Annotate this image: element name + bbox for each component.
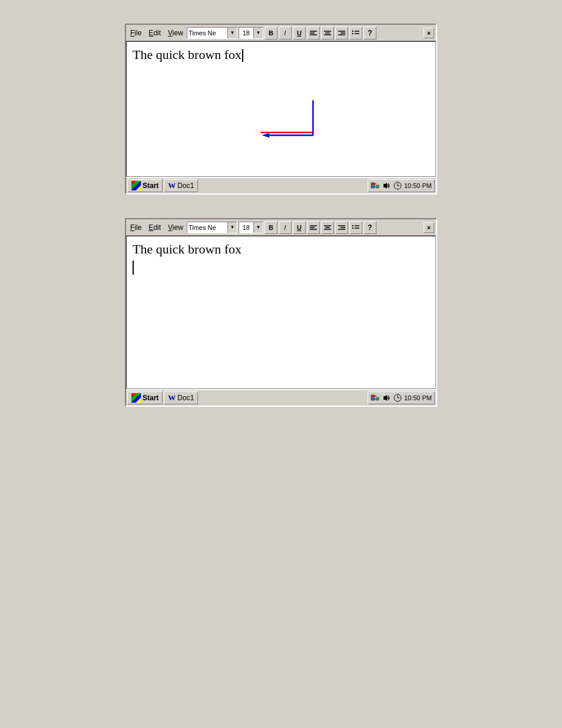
bottom-windows-logo-icon bbox=[131, 393, 141, 403]
svg-rect-17 bbox=[371, 183, 375, 185]
svg-rect-43 bbox=[376, 397, 379, 400]
svg-rect-9 bbox=[352, 31, 353, 32]
font-input[interactable] bbox=[187, 28, 227, 38]
bottom-help-button[interactable]: ? bbox=[363, 221, 376, 234]
bottom-italic-button[interactable]: I bbox=[279, 221, 292, 234]
bottom-doc-area[interactable]: The quick brown fox bbox=[126, 236, 436, 389]
svg-marker-22 bbox=[384, 183, 387, 189]
top-text-cursor bbox=[242, 49, 243, 62]
bottom-size-dropdown-arrow[interactable]: ▼ bbox=[253, 222, 263, 233]
system-tray: 10:50 PM bbox=[368, 179, 435, 192]
underline-button[interactable]: U bbox=[293, 27, 306, 39]
start-label: Start bbox=[143, 182, 158, 190]
bottom-text-cursor bbox=[133, 261, 134, 275]
bottom-menu-bar: File Edit View bbox=[128, 223, 186, 232]
bottom-taskbar-doc-label: Doc1 bbox=[177, 394, 194, 402]
clock-icon bbox=[393, 181, 402, 190]
size-dropdown-arrow[interactable]: ▼ bbox=[253, 28, 263, 38]
edit-menu[interactable]: Edit bbox=[146, 28, 163, 38]
menu-bar: FFileile Edit View bbox=[128, 28, 186, 38]
top-toolbar: FFileile Edit View ▼ ▼ B I U ? × bbox=[126, 25, 436, 41]
word-icon: W bbox=[168, 181, 176, 190]
svg-marker-44 bbox=[384, 395, 387, 401]
top-doc-area[interactable]: The quick brown fox bbox=[126, 41, 436, 177]
bottom-clock-icon bbox=[393, 393, 402, 403]
align-left-button[interactable] bbox=[307, 27, 320, 39]
bottom-align-left-button[interactable] bbox=[307, 221, 320, 234]
bottom-start-button[interactable]: Start bbox=[127, 391, 163, 404]
size-selector[interactable]: ▼ bbox=[239, 27, 263, 39]
view-menu[interactable]: View bbox=[166, 28, 186, 38]
help-button[interactable]: ? bbox=[363, 27, 376, 39]
top-window: FFileile Edit View ▼ ▼ B I U ? × bbox=[125, 24, 437, 195]
bottom-clock-time: 10:50 PM bbox=[404, 394, 432, 401]
top-doc-content: The quick brown fox bbox=[133, 47, 242, 62]
align-right-button[interactable] bbox=[335, 27, 348, 39]
svg-rect-39 bbox=[371, 395, 375, 397]
bottom-taskbar-doc1-button[interactable]: W Doc1 bbox=[164, 391, 198, 404]
bottom-list-button[interactable] bbox=[349, 221, 362, 234]
bottom-network-icon bbox=[371, 393, 380, 403]
bottom-speaker-icon bbox=[382, 393, 391, 403]
svg-rect-35 bbox=[352, 225, 353, 226]
bottom-doc-line1: The quick brown fox bbox=[133, 241, 429, 258]
svg-rect-11 bbox=[352, 33, 353, 34]
bottom-close-button[interactable]: × bbox=[424, 222, 434, 233]
bottom-window: File Edit View ▼ ▼ B I U ? × bbox=[125, 218, 437, 407]
size-input[interactable] bbox=[239, 28, 253, 38]
svg-rect-40 bbox=[371, 398, 375, 400]
taskbar-doc-label: Doc1 bbox=[177, 182, 194, 190]
bottom-system-tray: 10:50 PM bbox=[368, 391, 435, 404]
font-selector[interactable]: ▼ bbox=[187, 27, 237, 39]
bottom-size-selector[interactable]: ▼ bbox=[239, 222, 263, 233]
speaker-icon bbox=[382, 181, 391, 190]
bottom-view-menu[interactable]: View bbox=[166, 223, 186, 232]
bottom-bold-button[interactable]: B bbox=[265, 221, 277, 234]
close-button[interactable]: × bbox=[424, 28, 434, 38]
windows-logo-icon bbox=[131, 181, 141, 190]
svg-rect-18 bbox=[371, 186, 375, 188]
bottom-doc-text: The quick brown fox bbox=[133, 241, 429, 275]
bottom-font-input[interactable] bbox=[187, 222, 227, 233]
start-button[interactable]: Start bbox=[127, 179, 163, 192]
bottom-align-right-button[interactable] bbox=[335, 221, 348, 234]
svg-marker-16 bbox=[262, 133, 269, 138]
clock-time: 10:50 PM bbox=[404, 182, 432, 189]
top-taskbar: Start W Doc1 bbox=[126, 177, 436, 193]
bottom-file-menu[interactable]: File bbox=[128, 223, 144, 232]
list-button[interactable] bbox=[349, 27, 362, 39]
file-menu[interactable]: FFileile bbox=[128, 28, 144, 38]
align-center-button[interactable] bbox=[321, 27, 334, 39]
taskbar-doc1-button[interactable]: W Doc1 bbox=[164, 179, 198, 192]
bottom-font-selector[interactable]: ▼ bbox=[187, 222, 237, 233]
bottom-edit-menu[interactable]: Edit bbox=[146, 223, 163, 232]
network-icon bbox=[371, 181, 380, 190]
top-doc-text: The quick brown fox bbox=[133, 47, 429, 64]
bottom-start-label: Start bbox=[143, 394, 158, 402]
bottom-taskbar: Start W Doc1 bbox=[126, 389, 436, 406]
italic-button[interactable]: I bbox=[279, 27, 292, 39]
bottom-word-icon: W bbox=[168, 393, 176, 403]
bottom-font-dropdown-arrow[interactable]: ▼ bbox=[227, 222, 237, 233]
bottom-toolbar: File Edit View ▼ ▼ B I U ? × bbox=[126, 219, 436, 236]
svg-rect-21 bbox=[376, 185, 379, 188]
bottom-underline-button[interactable]: U bbox=[293, 221, 306, 234]
svg-rect-37 bbox=[352, 228, 353, 229]
bold-button[interactable]: B bbox=[265, 27, 277, 39]
font-dropdown-arrow[interactable]: ▼ bbox=[227, 28, 237, 38]
bottom-align-center-button[interactable] bbox=[321, 221, 334, 234]
bottom-size-input[interactable] bbox=[239, 222, 253, 233]
